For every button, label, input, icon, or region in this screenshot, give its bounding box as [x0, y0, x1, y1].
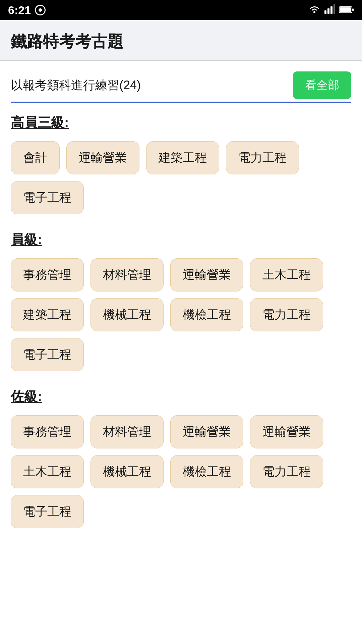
category-title-senior: 高員三級:	[11, 113, 351, 132]
tag-btn[interactable]: 機檢工程	[170, 455, 243, 488]
practice-label: 以報考類科進行練習(24)	[11, 77, 141, 94]
tag-btn[interactable]: 電子工程	[11, 338, 84, 371]
page-title: 鐵路特考考古題	[11, 31, 351, 52]
tag-btn[interactable]: 事務管理	[11, 415, 84, 448]
tag-btn[interactable]: 土木工程	[11, 455, 84, 488]
tag-btn[interactable]: 電子工程	[11, 495, 84, 528]
record-icon	[35, 5, 46, 15]
wifi-icon	[308, 4, 320, 16]
category-senior-level-3: 高員三級: 會計 運輸營業 建築工程 電力工程 電子工程	[11, 113, 351, 214]
svg-rect-4	[330, 6, 333, 14]
svg-rect-2	[324, 10, 326, 14]
app-header: 鐵路特考考古題	[0, 20, 362, 61]
tag-btn[interactable]: 電力工程	[250, 455, 323, 488]
tag-btn[interactable]: 土木工程	[250, 258, 323, 291]
tag-btn[interactable]: 機械工程	[90, 298, 164, 331]
svg-rect-3	[327, 8, 329, 14]
svg-rect-8	[352, 8, 354, 11]
battery-icon	[339, 4, 354, 16]
svg-rect-5	[334, 4, 335, 14]
category-staff-level: 員級: 事務管理 材料管理 運輸營業 土木工程 建築工程 機械工程 機檢工程 電…	[11, 230, 351, 371]
status-time: 6:21	[8, 4, 31, 17]
tags-staff: 事務管理 材料管理 運輸營業 土木工程 建築工程 機械工程 機檢工程 電力工程 …	[11, 258, 351, 371]
status-bar: 6:21	[0, 0, 362, 20]
status-left: 6:21	[8, 4, 46, 17]
category-assistant-level: 佐級: 事務管理 材料管理 運輸營業 運輸營業 土木工程 機械工程 機檢工程 電…	[11, 387, 351, 528]
svg-rect-7	[340, 7, 351, 12]
status-right	[308, 4, 354, 16]
tags-assistant: 事務管理 材料管理 運輸營業 運輸營業 土木工程 機械工程 機檢工程 電力工程 …	[11, 415, 351, 528]
tag-btn[interactable]: 運輸營業	[250, 415, 323, 448]
tag-btn[interactable]: 會計	[11, 141, 60, 174]
divider	[11, 102, 351, 103]
tag-btn[interactable]: 材料管理	[90, 415, 164, 448]
see-all-button[interactable]: 看全部	[293, 71, 351, 99]
tag-btn[interactable]: 電子工程	[11, 181, 84, 214]
tag-btn[interactable]: 運輸營業	[170, 415, 243, 448]
tag-btn[interactable]: 建築工程	[146, 141, 219, 174]
tag-btn[interactable]: 機械工程	[90, 455, 164, 488]
svg-point-0	[39, 8, 42, 12]
tag-btn[interactable]: 運輸營業	[170, 258, 243, 291]
tag-btn[interactable]: 材料管理	[90, 258, 164, 291]
category-title-staff: 員級:	[11, 230, 351, 249]
tag-btn[interactable]: 事務管理	[11, 258, 84, 291]
category-title-assistant: 佐級:	[11, 387, 351, 406]
tag-btn[interactable]: 機檢工程	[170, 298, 243, 331]
tag-btn[interactable]: 運輸營業	[66, 141, 139, 174]
practice-section-header: 以報考類科進行練習(24) 看全部	[11, 71, 351, 99]
svg-point-1	[313, 11, 315, 13]
tag-btn[interactable]: 建築工程	[11, 298, 84, 331]
tag-btn[interactable]: 電力工程	[226, 141, 299, 174]
tags-senior: 會計 運輸營業 建築工程 電力工程 電子工程	[11, 141, 351, 214]
signal-icon	[324, 4, 335, 16]
tag-btn[interactable]: 電力工程	[250, 298, 323, 331]
main-content: 以報考類科進行練習(24) 看全部 高員三級: 會計 運輸營業 建築工程 電力工…	[0, 61, 362, 555]
